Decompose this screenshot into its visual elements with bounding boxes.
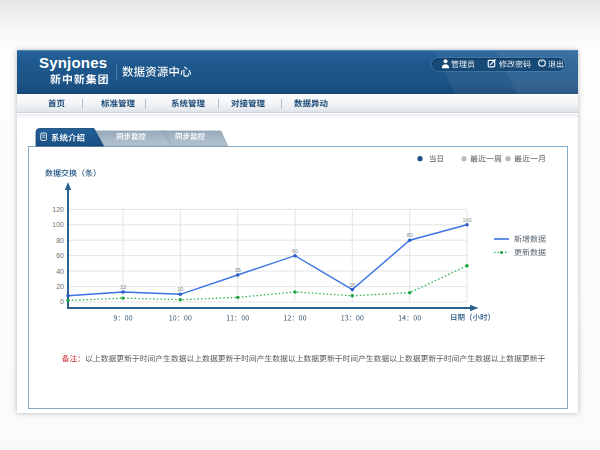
svg-text:60: 60 — [56, 252, 64, 259]
svg-text:16: 16 — [349, 282, 355, 288]
svg-text:100: 100 — [52, 221, 64, 228]
svg-text:120: 120 — [52, 206, 64, 213]
svg-text:0: 0 — [60, 298, 64, 305]
svg-text:80: 80 — [56, 237, 64, 244]
svg-text:35: 35 — [235, 267, 241, 273]
svg-text:20: 20 — [56, 283, 64, 290]
svg-text:10: 10 — [177, 286, 183, 292]
svg-text:60: 60 — [292, 248, 298, 254]
svg-text:40: 40 — [56, 268, 64, 275]
svg-text:13: 13 — [120, 284, 126, 290]
svg-text:80: 80 — [407, 232, 413, 238]
svg-text:100: 100 — [462, 217, 471, 223]
